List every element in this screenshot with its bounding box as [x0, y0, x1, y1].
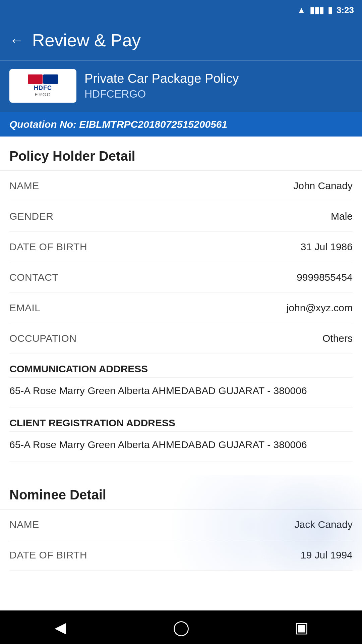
header-bar: ← Review & Pay	[0, 20, 362, 60]
contact-row: CONTACT 9999855454	[9, 262, 353, 293]
wifi-icon: ▲	[297, 5, 306, 15]
nominee-section: Nominee Detail NAME Jack Canady DATE OF …	[0, 475, 362, 571]
nav-recent-button[interactable]: ▣	[288, 617, 315, 637]
policy-banner: HDFC ERGO Private Car Package Policy HDF…	[0, 60, 362, 112]
occupation-value: Others	[322, 333, 353, 344]
nominee-dob-value: 19 Jul 1994	[301, 549, 353, 561]
policy-name: Private Car Package Policy	[84, 71, 239, 86]
battery-icon: ▮	[328, 5, 333, 15]
policy-holder-section-header: Policy Holder Detail	[0, 137, 362, 171]
hdfc-text: HDFC	[34, 85, 52, 92]
nav-back-button[interactable]: ◀	[47, 617, 74, 637]
email-row: EMAIL john@xyz.com	[9, 293, 353, 323]
policy-holder-fields: NAME John Canady GENDER Male DATE OF BIR…	[0, 171, 362, 354]
time-display: 3:23	[337, 5, 354, 15]
gender-row: GENDER Male	[9, 201, 353, 232]
reg-address-label: CLIENT REGISTRATION ADDRESS	[9, 408, 353, 432]
comm-address-label: COMMUNICATION ADDRESS	[9, 354, 353, 378]
nominee-name-label: NAME	[9, 519, 39, 530]
back-arrow-icon: ←	[9, 32, 24, 49]
dob-value: 31 Jul 1986	[301, 241, 353, 253]
comm-address-value: 65-A Rose Marry Green Alberta AHMEDABAD …	[9, 378, 353, 408]
ergo-text: ERGO	[35, 92, 51, 97]
quotation-number: Quotation No: EIBLMTRPC2018072515200561	[9, 119, 227, 130]
nav-back-icon: ◀	[55, 619, 66, 636]
contact-value: 9999855454	[297, 272, 353, 283]
logo-color-boxes	[28, 74, 58, 84]
main-content: Policy Holder Detail NAME John Canady GE…	[0, 137, 362, 571]
address-block: COMMUNICATION ADDRESS 65-A Rose Marry Gr…	[0, 354, 362, 462]
nominee-dob-label: DATE OF BIRTH	[9, 549, 87, 561]
reg-address-value: 65-A Rose Marry Green Alberta AHMEDABAD …	[9, 432, 353, 462]
dob-row: DATE OF BIRTH 31 Jul 1986	[9, 232, 353, 262]
occupation-label: OCCUPATION	[9, 333, 77, 344]
back-button[interactable]: ←	[7, 30, 27, 50]
nominee-name-value: Jack Canady	[295, 519, 353, 530]
nominee-name-row: NAME Jack Canady	[9, 509, 353, 540]
nav-home-button[interactable]: ◯	[168, 617, 194, 637]
gender-label: GENDER	[9, 211, 53, 222]
occupation-row: OCCUPATION Others	[9, 323, 353, 354]
name-value: John Canady	[293, 180, 353, 192]
email-value: john@xyz.com	[287, 302, 353, 314]
nav-bar: ◀ ◯ ▣	[0, 610, 362, 644]
signal-icon: ▮▮▮	[310, 5, 324, 15]
policy-info: Private Car Package Policy HDFCERGO	[84, 71, 239, 100]
logo-red-box	[28, 74, 43, 84]
name-label: NAME	[9, 180, 39, 192]
nominee-section-header: Nominee Detail	[0, 475, 362, 509]
status-bar-right: ▲ ▮▮▮ ▮ 3:23	[297, 5, 354, 15]
contact-label: CONTACT	[9, 272, 58, 283]
policy-provider: HDFCERGO	[84, 88, 239, 100]
hdfc-ergo-logo: HDFC ERGO	[24, 73, 62, 99]
page-title: Review & Pay	[32, 30, 141, 50]
nominee-fields: NAME Jack Canady DATE OF BIRTH 19 Jul 19…	[0, 509, 362, 571]
nominee-dob-row: DATE OF BIRTH 19 Jul 1994	[9, 540, 353, 571]
dob-label: DATE OF BIRTH	[9, 241, 87, 253]
insurer-logo: HDFC ERGO	[9, 69, 76, 103]
nav-recent-icon: ▣	[295, 619, 309, 636]
name-row: NAME John Canady	[9, 171, 353, 201]
quotation-bar: Quotation No: EIBLMTRPC2018072515200561	[0, 112, 362, 137]
nav-home-icon: ◯	[173, 619, 189, 636]
email-label: EMAIL	[9, 302, 41, 314]
gender-value: Male	[331, 211, 353, 222]
logo-blue-box	[43, 74, 58, 84]
status-bar: ▲ ▮▮▮ ▮ 3:23	[0, 0, 362, 20]
